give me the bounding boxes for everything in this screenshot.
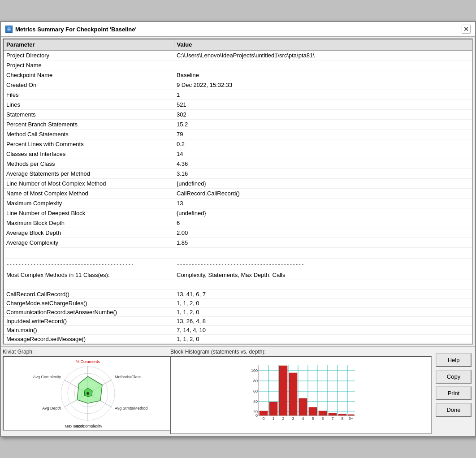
svg-text:40: 40 xyxy=(253,399,258,404)
table-row: Maximum Block Depth6 xyxy=(4,218,472,228)
section-header-value: Complexity, Statements, Max Depth, Calls xyxy=(174,270,472,280)
method-row: ChargeMode.setChargeRules() 1, 1, 2, 0 xyxy=(4,299,472,308)
separator-param: ----------------------------------------… xyxy=(4,259,174,270)
param-cell: Method Call Statements xyxy=(4,130,174,139)
param-cell: Average Complexity xyxy=(4,238,174,248)
method-row: CommunicationRecord.setAnswerNumbe() 1, … xyxy=(4,308,472,317)
method-name: MessageRecord.setMessage() xyxy=(4,335,174,344)
param-cell: Project Directory xyxy=(4,50,174,60)
svg-text:8: 8 xyxy=(341,416,343,421)
section-header-row: Most Complex Methods in 11 Class(es): Co… xyxy=(4,270,472,280)
title-bar: Metrics Summary For Checkpoint 'Baseline… xyxy=(1,22,475,37)
value-cell xyxy=(174,60,472,70)
histogram-graph: 100 80 60 40 20 0 xyxy=(173,359,429,432)
table-row: Methods per Class4.36 xyxy=(4,159,472,169)
separator-row: ----------------------------------------… xyxy=(4,259,472,270)
method-value: 1, 1, 2, 0 xyxy=(174,299,472,308)
table-body: Project DirectoryC:\Users\Lenovo\IdeaPro… xyxy=(4,50,472,344)
kiviat-svg: % Comments Methods/Class Avg Stmts/Metho… xyxy=(16,359,160,428)
svg-text:3: 3 xyxy=(292,416,294,421)
param-cell: Files xyxy=(4,90,174,100)
svg-rect-50 xyxy=(289,373,297,415)
help-button[interactable]: Help xyxy=(436,353,472,367)
value-cell: 302 xyxy=(174,110,472,120)
value-cell: 3.16 xyxy=(174,169,472,179)
method-row: MessageRecord.setMessage() 1, 1, 2, 0 xyxy=(4,335,472,344)
param-cell: Created On xyxy=(4,80,174,90)
main-content: Parameter Value Project DirectoryC:\User… xyxy=(1,37,475,346)
svg-rect-47 xyxy=(260,411,268,415)
method-row: Inputdeal.writeRecord() 13, 26, 4, 8 xyxy=(4,317,472,326)
value-cell: {undefined} xyxy=(174,208,472,218)
method-row: Main.main() 7, 14, 4, 10 xyxy=(4,326,472,335)
value-cell: 79 xyxy=(174,130,472,139)
table-row: Maximum Complexity13 xyxy=(4,199,472,208)
value-cell: 15.2 xyxy=(174,120,472,130)
method-name: Inputdeal.writeRecord() xyxy=(4,317,174,326)
table-row: Method Call Statements79 xyxy=(4,130,472,139)
table-row: Files1 xyxy=(4,90,472,100)
param-cell: Maximum Block Depth xyxy=(4,218,174,228)
svg-text:1: 1 xyxy=(272,416,274,421)
param-column-header: Parameter xyxy=(4,39,174,50)
side-buttons: Help Copy Print Done xyxy=(434,349,473,434)
svg-rect-54 xyxy=(329,413,337,415)
print-button[interactable]: Print xyxy=(436,386,472,400)
svg-text:80: 80 xyxy=(253,379,258,383)
separator-value: ----------------------------------------… xyxy=(174,259,472,270)
value-cell: 1 xyxy=(174,90,472,100)
method-name: CallRecord.CallRecord() xyxy=(4,290,174,299)
table-row: Line Number of Deepest Block{undefined} xyxy=(4,208,472,218)
window-title: Metrics Summary For Checkpoint 'Baseline… xyxy=(15,26,137,33)
kiviat-graph: % Comments Methods/Class Avg Stmts/Metho… xyxy=(5,359,170,428)
table-row: Name of Most Complex MethodCallRecord.Ca… xyxy=(4,189,472,199)
method-name: ChargeMode.setChargeRules() xyxy=(4,299,174,308)
table-header-row: Parameter Value xyxy=(4,39,472,50)
param-cell: Project Name xyxy=(4,60,174,70)
histogram-area: 100 80 60 40 20 0 xyxy=(170,356,432,434)
svg-rect-55 xyxy=(338,414,346,415)
table-scroll[interactable]: Parameter Value Project DirectoryC:\User… xyxy=(3,39,473,345)
table-row: Created On9 Dec 2022, 15:32:33 xyxy=(4,80,472,90)
close-button[interactable]: ✕ xyxy=(462,25,471,34)
app-icon xyxy=(5,26,13,33)
value-cell: 13 xyxy=(174,199,472,208)
param-cell: Lines xyxy=(4,100,174,110)
method-name: Main.main() xyxy=(4,326,174,335)
param-cell: Percent Branch Statements xyxy=(4,120,174,130)
histogram-svg: 100 80 60 40 20 0 xyxy=(245,363,357,428)
value-cell: CallRecord.CallRecord() xyxy=(174,189,472,199)
param-cell: Checkpoint Name xyxy=(4,70,174,80)
svg-rect-48 xyxy=(269,402,277,415)
kiviat-area: % Comments Methods/Class Avg Stmts/Metho… xyxy=(3,356,173,431)
svg-text:7: 7 xyxy=(331,416,333,421)
done-button[interactable]: Done xyxy=(436,403,472,417)
value-column-header: Value xyxy=(174,39,472,50)
param-cell: Average Statements per Method xyxy=(4,169,174,179)
value-cell: C:\Users\Lenovo\IdeaProjects\untitled1\s… xyxy=(174,50,472,60)
svg-text:Avg Complexity: Avg Complexity xyxy=(33,375,61,379)
table-row: Project DirectoryC:\Users\Lenovo\IdeaPro… xyxy=(4,50,472,60)
param-cell: Statements xyxy=(4,110,174,120)
method-value: 13, 41, 6, 7 xyxy=(174,290,472,299)
svg-text:% Comments: % Comments xyxy=(76,359,100,364)
copy-button[interactable]: Copy xyxy=(436,370,472,384)
svg-text:4: 4 xyxy=(302,416,304,421)
param-cell: Percent Lines with Comments xyxy=(4,139,174,149)
param-cell: Line Number of Most Complex Method xyxy=(4,179,174,189)
method-name: CommunicationRecord.setAnswerNumbe() xyxy=(4,308,174,317)
table-row: Average Block Depth2.00 xyxy=(4,228,472,238)
table-row: Statements302 xyxy=(4,110,472,120)
table-row: Checkpoint NameBaseline xyxy=(4,70,472,80)
method-value: 7, 14, 4, 10 xyxy=(174,326,472,335)
svg-text:0: 0 xyxy=(262,416,264,421)
method-row: CallRecord.CallRecord() 13, 41, 6, 7 xyxy=(4,290,472,299)
table-area: Parameter Value Project DirectoryC:\User… xyxy=(1,37,475,346)
method-value: 1, 1, 2, 0 xyxy=(174,335,472,344)
value-cell: 6 xyxy=(174,218,472,228)
table-row: Line Number of Most Complex Method{undef… xyxy=(4,179,472,189)
histogram-section: Block Histogram (statements vs. depth): xyxy=(170,349,432,434)
kiviat-section: Kiviat Graph: xyxy=(3,349,169,434)
table-row: Percent Branch Statements15.2 xyxy=(4,120,472,130)
value-cell: Baseline xyxy=(174,70,472,80)
